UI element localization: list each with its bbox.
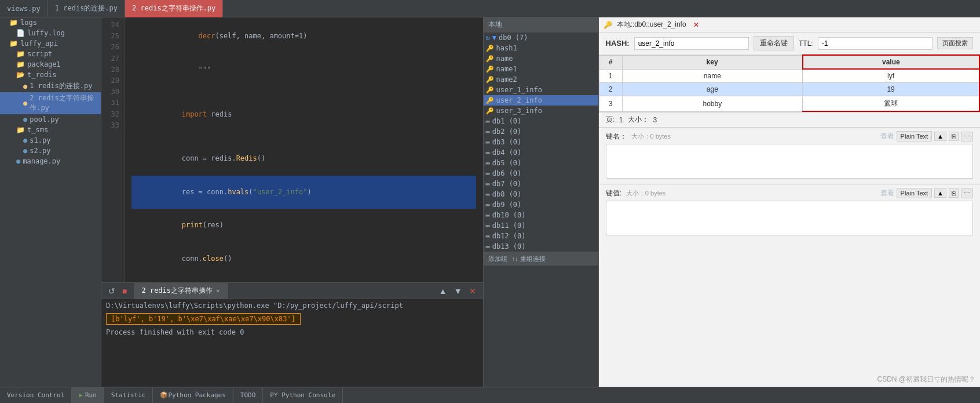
- script-folder-icon: 📁: [16, 50, 25, 58]
- key-chevron-up-btn[interactable]: ▲: [934, 132, 946, 141]
- value-more-btn[interactable]: ⋯: [961, 188, 973, 198]
- sidebar-item-luffy-api[interactable]: 📁 luffy_api: [0, 38, 101, 49]
- db7-icon: ▬: [486, 180, 490, 188]
- sidebar-item-manage-py[interactable]: ● manage.py: [0, 156, 101, 166]
- redis-db3[interactable]: ▬ db3 (0): [484, 137, 598, 147]
- redis-db0[interactable]: ↻ ▼ db0 (7): [484, 32, 598, 43]
- value-type-btn[interactable]: Plain Text: [897, 188, 933, 198]
- key-editor-section: 键名： 大小：0 bytes 查看 Plain Text ▲ ⎘ ⋯: [599, 127, 981, 184]
- sidebar-item-s2-py[interactable]: ● s2.py: [0, 146, 101, 156]
- db13-icon: ▬: [486, 242, 490, 250]
- sidebar-item-redis-connect-py[interactable]: ● 1 redis的连接.py: [0, 80, 101, 92]
- redis-db12[interactable]: ▬ db12 (0): [484, 231, 598, 241]
- sidebar-item-s1-py[interactable]: ● s1.py: [0, 135, 101, 146]
- db12-label: db12 (0): [492, 232, 526, 240]
- run-action-btns: ▲ ▼ ✕: [432, 285, 483, 297]
- sidebar-item-logs[interactable]: 📁 logs: [0, 17, 101, 28]
- rename-key-btn[interactable]: 重命名键: [754, 36, 794, 50]
- status-run[interactable]: ▶ Run: [72, 387, 104, 404]
- code-line-28: [131, 131, 476, 142]
- redis-key-name2[interactable]: 🔑 name2: [484, 74, 598, 85]
- redis-title: 本地: [488, 20, 502, 28]
- redis-db8[interactable]: ▬ db8 (0): [484, 189, 598, 199]
- tab-redis-string[interactable]: 2 redis之字符串操作.py: [125, 0, 223, 17]
- run-tab-bar: ↺ ■ 2 redis之字符串操作 ✕ ▲ ▼ ✕: [101, 283, 483, 299]
- db12-icon: ▬: [486, 232, 490, 240]
- hash-panel-title: 本地::db0::user_2_info: [617, 20, 686, 30]
- db2-label: db2 (0): [492, 128, 522, 136]
- code-line-24: decr(self, name, amount=1): [131, 20, 476, 53]
- redis-db13[interactable]: ▬ db13 (0): [484, 241, 598, 252]
- reconnect-btn[interactable]: ↑↓ 重组连接: [512, 255, 546, 263]
- db0-label: db0 (7): [499, 34, 528, 42]
- views-py-label: views.py: [7, 5, 41, 13]
- run-output-line: [b'lyf', b'19', b'\xe7\xaf\xae\xe7\x90\x…: [106, 312, 478, 326]
- redis-panel: 本地 ↻ ▼ db0 (7) 🔑 hash1 🔑 name 🔑 name1 🔑: [483, 17, 599, 387]
- value-chevron-up-btn[interactable]: ▲: [934, 188, 946, 198]
- col-num: #: [599, 55, 622, 69]
- redis-db6[interactable]: ▬ db6 (0): [484, 168, 598, 179]
- add-group-btn[interactable]: 添加组: [488, 255, 507, 263]
- hash-panel-close-icon[interactable]: ✕: [693, 21, 699, 29]
- stop-button[interactable]: ■: [120, 285, 129, 297]
- redis-db1[interactable]: ▬ db1 (0): [484, 116, 598, 126]
- run-content: D:\Virtualenvs\luffy\Scripts\python.exe …: [101, 299, 483, 387]
- status-python-packages[interactable]: 📦 Python Packages: [153, 387, 233, 404]
- redis-db5[interactable]: ▬ db5 (0): [484, 158, 598, 168]
- sidebar-item-script[interactable]: 📁 script: [0, 49, 101, 59]
- scroll-down-btn[interactable]: ▼: [452, 285, 465, 297]
- redis-db10[interactable]: ▬ db10 (0): [484, 210, 598, 220]
- run-tab-close-icon[interactable]: ✕: [216, 287, 220, 295]
- key-textarea[interactable]: [606, 144, 974, 179]
- value-copy-btn[interactable]: ⎘: [949, 188, 959, 198]
- hash-key-input[interactable]: [634, 37, 749, 50]
- hash-row-1[interactable]: 1 name lyf: [599, 69, 979, 83]
- code-lines[interactable]: decr(self, name, amount=1) """ import re…: [125, 17, 483, 282]
- run-path: D:\Virtualenvs\luffy\Scripts\python.exe …: [106, 302, 478, 310]
- redis-key-name1[interactable]: 🔑 name1: [484, 64, 598, 74]
- page-search-btn[interactable]: 页面搜索: [937, 37, 973, 49]
- redis-db9[interactable]: ▬ db9 (0): [484, 199, 598, 210]
- sidebar-item-luffy-log[interactable]: 📄 luffy.log: [0, 28, 101, 38]
- run-success-text: Process finished with exit code 0: [106, 328, 478, 336]
- redis-key-user2-info[interactable]: 🔑 user_2_info: [484, 95, 598, 106]
- sidebar-item-redis-string-py[interactable]: ● 2 redis之字符串操作.py: [0, 92, 101, 114]
- status-version-control[interactable]: Version Control: [0, 387, 72, 404]
- sidebar-item-pool-py[interactable]: ● pool.py: [0, 114, 101, 125]
- redis-key-name[interactable]: 🔑 name: [484, 53, 598, 64]
- value-textarea[interactable]: [606, 201, 974, 235]
- scroll-up-btn[interactable]: ▲: [437, 285, 449, 297]
- col-value: value: [803, 55, 979, 69]
- hash-row-2[interactable]: 2 age 19: [599, 83, 979, 96]
- hash-header: HASH: 重命名键 TTL: 页面搜索: [599, 32, 981, 55]
- sidebar-item-t-redis[interactable]: 📂 t_redis: [0, 70, 101, 80]
- clear-btn[interactable]: ✕: [467, 285, 478, 297]
- ttl-input[interactable]: [818, 37, 933, 50]
- key-copy-btn[interactable]: ⎘: [949, 132, 959, 141]
- tab-views-py[interactable]: views.py: [0, 0, 48, 17]
- value-editor-size: 大小：0 bytes: [626, 189, 665, 198]
- user1-key-icon: 🔑: [486, 86, 494, 94]
- status-statistic[interactable]: Statistic: [104, 387, 153, 404]
- key-more-btn[interactable]: ⋯: [961, 132, 973, 141]
- redis-key-user3-info[interactable]: 🔑 user_3_info: [484, 106, 598, 116]
- sidebar-item-t-sms[interactable]: 📁 t_sms: [0, 125, 101, 135]
- value-editor-actions: 查看 Plain Text ▲ ⎘ ⋯: [880, 188, 973, 198]
- status-python-console[interactable]: PY Python Console: [263, 387, 343, 404]
- redis-key-user1-info[interactable]: 🔑 user_1_info: [484, 85, 598, 95]
- key-type-btn[interactable]: Plain Text: [897, 131, 933, 141]
- tab-redis-connect[interactable]: 1 redis的连接.py: [48, 0, 125, 17]
- sidebar-item-package1[interactable]: 📁 package1: [0, 59, 101, 70]
- redis-db11[interactable]: ▬ db11 (0): [484, 220, 598, 231]
- row2-num: 2: [599, 83, 622, 96]
- line-numbers: 24 25 26 27 28 29 30 31 32 33: [101, 17, 125, 282]
- redis-key-hash1[interactable]: 🔑 hash1: [484, 43, 598, 53]
- rerun-button[interactable]: ↺: [106, 285, 118, 297]
- redis-db4[interactable]: ▬ db4 (0): [484, 147, 598, 158]
- run-tab-active[interactable]: 2 redis之字符串操作 ✕: [134, 283, 227, 299]
- t-sms-label: t_sms: [27, 126, 48, 134]
- hash-row-3[interactable]: 3 hobby 篮球: [599, 96, 979, 112]
- redis-db2[interactable]: ▬ db2 (0): [484, 126, 598, 137]
- redis-db7[interactable]: ▬ db7 (0): [484, 179, 598, 189]
- status-todo[interactable]: TODO: [233, 387, 264, 404]
